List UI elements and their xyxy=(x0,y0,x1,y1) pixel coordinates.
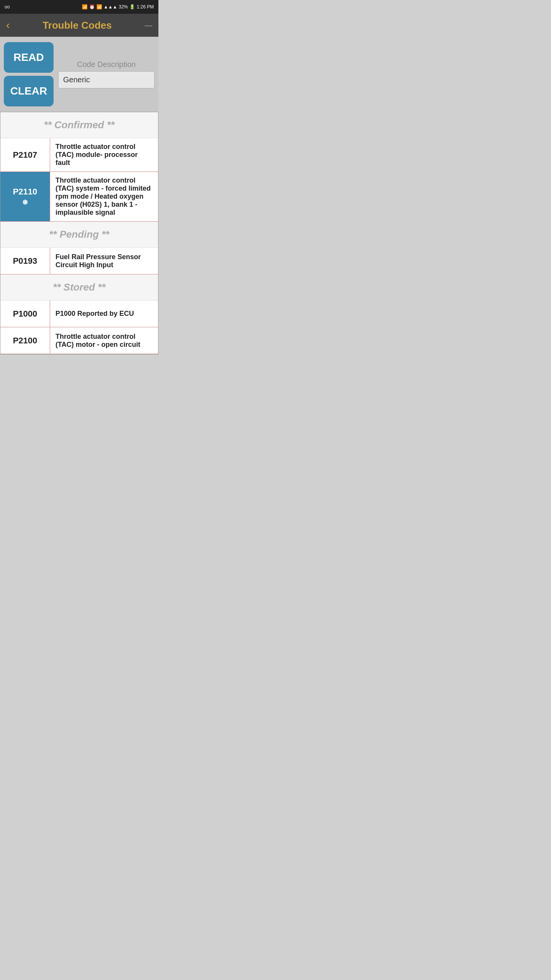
freeze-frame-icon: ❄ xyxy=(22,198,28,207)
signal-icon: ▲▲▲ xyxy=(104,4,117,10)
table-row[interactable]: P0193Fuel Rail Pressure Sensor Circuit H… xyxy=(0,248,158,274)
dtc-description: Throttle actuator control (TAC) system -… xyxy=(50,172,158,221)
controls-area: READ CLEAR Code Description xyxy=(0,37,158,112)
status-bar: oo 📶 ⏰ 📶 ▲▲▲ 32% 🔋 1:26 PM xyxy=(0,0,158,14)
dtc-code: P2110 xyxy=(13,187,37,197)
dtc-code: P2107 xyxy=(13,150,37,160)
dtc-description: Throttle actuator control (TAC) module- … xyxy=(50,138,158,172)
section-header-stored: ** Stored ** xyxy=(0,274,158,301)
wifi-icon: 📶 xyxy=(96,4,102,10)
table-row[interactable]: P2110❄Throttle actuator control (TAC) sy… xyxy=(0,172,158,222)
dtc-code: P1000 xyxy=(13,309,37,319)
table-row[interactable]: P2107Throttle actuator control (TAC) mod… xyxy=(0,138,158,172)
code-desc-label: Code Description xyxy=(58,60,155,69)
table-row[interactable]: P2100Throttle actuator control (TAC) mot… xyxy=(0,327,158,354)
clock: 1:26 PM xyxy=(137,4,154,10)
codes-table: ** Confirmed **P2107Throttle actuator co… xyxy=(0,112,158,354)
read-button[interactable]: READ xyxy=(4,42,54,73)
section-header-pending: ** Pending ** xyxy=(0,222,158,248)
code-desc-input[interactable] xyxy=(58,71,155,88)
back-button[interactable]: ‹ xyxy=(6,19,10,31)
app-header: ‹ Trouble Codes — xyxy=(0,14,158,37)
clear-button[interactable]: CLEAR xyxy=(4,76,54,106)
dtc-code: P2100 xyxy=(13,336,37,346)
dtc-code-cell: P2100 xyxy=(0,327,50,354)
bluetooth-icon: 📶 xyxy=(82,4,88,10)
dtc-description: Fuel Rail Pressure Sensor Circuit High I… xyxy=(50,248,158,274)
alarm-icon: ⏰ xyxy=(89,4,95,10)
page-title: Trouble Codes xyxy=(10,20,145,31)
dtc-code-cell: P0193 xyxy=(0,248,50,274)
dtc-code-cell: P2107 xyxy=(0,138,50,172)
battery-percent: 32% xyxy=(119,4,128,10)
code-desc-panel: Code Description xyxy=(58,60,155,88)
action-buttons: READ CLEAR xyxy=(4,42,54,106)
status-left: oo xyxy=(5,4,10,10)
status-right: 📶 ⏰ 📶 ▲▲▲ 32% 🔋 1:26 PM xyxy=(82,4,154,10)
dtc-description: P1000 Reported by ECU xyxy=(50,301,158,327)
table-row[interactable]: P1000P1000 Reported by ECU xyxy=(0,301,158,327)
dtc-code: P0193 xyxy=(13,256,37,266)
minimize-button[interactable]: — xyxy=(145,21,152,29)
section-header-confirmed: ** Confirmed ** xyxy=(0,112,158,138)
battery-icon: 🔋 xyxy=(129,4,135,10)
dtc-description: Throttle actuator control (TAC) motor - … xyxy=(50,327,158,354)
dtc-code-cell: P1000 xyxy=(0,301,50,327)
dtc-code-cell: P2110❄ xyxy=(0,172,50,221)
